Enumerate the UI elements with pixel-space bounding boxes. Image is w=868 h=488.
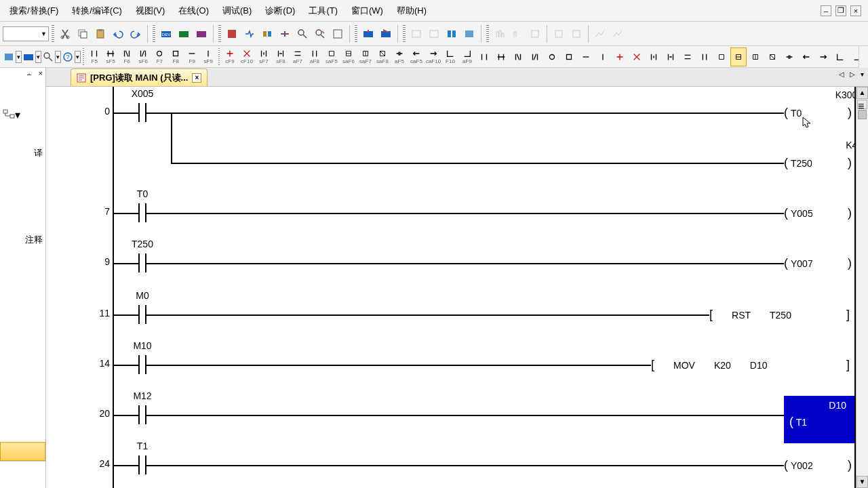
fn-tool-12[interactable]: caF10 bbox=[425, 47, 441, 66]
menu-window[interactable]: 窗口(W) bbox=[344, 2, 390, 20]
tb-icon-12[interactable] bbox=[443, 26, 460, 42]
restore-button[interactable]: ❐ bbox=[835, 5, 846, 16]
vertical-scrollbar[interactable]: ▲ ≡ ▼ bbox=[856, 87, 868, 488]
fn-tool-21[interactable] bbox=[578, 47, 594, 66]
menu-help[interactable]: 帮助(H) bbox=[390, 2, 433, 20]
tb-icon-18[interactable] bbox=[568, 26, 585, 42]
panel-close-button[interactable]: × bbox=[37, 69, 44, 77]
document-tab[interactable]: [PRG]读取 MAIN (只读... × bbox=[71, 68, 208, 86]
fn-tool-1[interactable]: cF10 bbox=[239, 47, 255, 66]
rung-step-24[interactable]: 24T1(Y002) bbox=[46, 446, 856, 488]
tb-icon-2[interactable] bbox=[241, 26, 258, 42]
fn-tool-30[interactable] bbox=[730, 47, 747, 66]
menu-search-replace[interactable]: 搜索/替换(F) bbox=[3, 2, 65, 20]
menu-diagnose[interactable]: 诊断(D) bbox=[258, 2, 302, 20]
fn-key-sF5[interactable]: sF5 bbox=[102, 47, 119, 66]
fn-dropdown-b[interactable]: ▾ bbox=[35, 51, 41, 63]
fn-tool-2[interactable]: sF7 bbox=[256, 47, 272, 66]
scroll-down-button[interactable]: ▼ bbox=[856, 476, 868, 488]
instruction-MOV[interactable]: [MOVK20D10 bbox=[651, 358, 768, 372]
panel-item[interactable] bbox=[0, 461, 45, 480]
rung-step-20[interactable]: 20M12D10( T1 bbox=[46, 396, 856, 450]
fn-tool-22[interactable] bbox=[595, 47, 611, 66]
panel-tree-icon[interactable]: ▾ bbox=[0, 104, 45, 125]
fn-tool-34[interactable] bbox=[798, 47, 814, 66]
fn-tool-36[interactable] bbox=[832, 47, 848, 66]
tb-icon-16[interactable] bbox=[527, 26, 543, 42]
fn-tool-25[interactable] bbox=[646, 47, 662, 66]
device-combo[interactable]: ▼ bbox=[3, 26, 49, 41]
coil-Y002[interactable]: (Y002 bbox=[784, 458, 816, 472]
fn-dropdown-a[interactable]: ▾ bbox=[16, 51, 22, 63]
menu-debug[interactable]: 调试(B) bbox=[216, 2, 258, 20]
menu-convert-compile[interactable]: 转换/编译(C) bbox=[65, 2, 129, 20]
fn-tool-0[interactable]: cF9 bbox=[222, 47, 238, 66]
tb-icon-13[interactable] bbox=[461, 26, 477, 42]
fn-tool-18[interactable] bbox=[527, 47, 543, 66]
paste-button[interactable] bbox=[92, 26, 108, 42]
tb-icon-20[interactable] bbox=[610, 26, 626, 42]
tb-icon-9[interactable] bbox=[378, 26, 394, 42]
fn-key-F9[interactable]: F9 bbox=[184, 47, 200, 66]
fn-tool-11[interactable]: caF5 bbox=[408, 47, 425, 66]
coil-Y007[interactable]: (Y007 bbox=[784, 256, 816, 270]
instruction-RST[interactable]: [RSTT250 bbox=[709, 308, 791, 322]
fn-tool-23[interactable] bbox=[612, 47, 628, 66]
fn-tool-35[interactable] bbox=[815, 47, 831, 66]
verify-button[interactable] bbox=[193, 26, 210, 42]
fn-tool-32[interactable] bbox=[764, 47, 781, 66]
fn-tool-19[interactable] bbox=[544, 47, 560, 66]
fn-tool-5[interactable]: aF8 bbox=[307, 47, 323, 66]
fn-tool-15[interactable] bbox=[476, 47, 492, 66]
fn-key-F6[interactable]: F6 bbox=[119, 47, 135, 66]
fn-key-F8[interactable]: F8 bbox=[167, 47, 184, 66]
fn-tool-33[interactable] bbox=[781, 47, 797, 66]
copy-button[interactable] bbox=[75, 26, 91, 42]
pin-button[interactable]: ⫠ bbox=[24, 69, 35, 77]
tb-icon-15[interactable] bbox=[509, 26, 526, 42]
fn-tool-31[interactable] bbox=[747, 47, 764, 66]
fn-tool-3[interactable]: sF8 bbox=[273, 47, 289, 66]
fn-icon-b[interactable] bbox=[22, 49, 35, 65]
fn-tool-13[interactable]: F10 bbox=[442, 47, 458, 66]
menu-online[interactable]: 在线(O) bbox=[172, 2, 216, 20]
tb-icon-7[interactable] bbox=[330, 26, 346, 42]
fn-tool-9[interactable]: saF8 bbox=[374, 47, 391, 66]
tab-next-button[interactable]: ▷ bbox=[848, 70, 856, 78]
fn-icon-a[interactable] bbox=[3, 49, 15, 65]
tb-icon-8[interactable] bbox=[360, 26, 376, 42]
fn-key-F5[interactable]: F5 bbox=[86, 47, 102, 66]
cut-button[interactable] bbox=[57, 26, 73, 42]
tab-list-button[interactable]: ▾ bbox=[859, 70, 865, 78]
rung-step-7[interactable]: 7T0(Y005) bbox=[46, 194, 856, 248]
tb-icon-5[interactable] bbox=[294, 26, 311, 42]
fn-tool-8[interactable]: saF7 bbox=[357, 47, 374, 66]
fn-tool-26[interactable] bbox=[663, 47, 679, 66]
tb-icon-19[interactable] bbox=[592, 26, 608, 42]
rung-step-11[interactable]: 11M0[RSTT250] bbox=[46, 296, 856, 350]
fn-tool-14[interactable]: aF9 bbox=[459, 47, 475, 66]
fn-tool-27[interactable] bbox=[679, 47, 696, 66]
tb-icon-1[interactable] bbox=[224, 26, 240, 42]
fn-dropdown-c[interactable]: ▾ bbox=[55, 51, 61, 63]
tab-close-button[interactable]: × bbox=[192, 73, 201, 83]
read-plc-button[interactable] bbox=[176, 26, 192, 42]
menu-view[interactable]: 视图(V) bbox=[129, 2, 172, 20]
write-plc-button[interactable]: DEV bbox=[158, 26, 174, 42]
coil-Y005[interactable]: (Y005 bbox=[784, 206, 816, 220]
coil-T0[interactable]: (T0K300 bbox=[784, 106, 804, 120]
fn-overflow-a[interactable]: ▾ bbox=[75, 51, 81, 63]
fn-tool-28[interactable] bbox=[696, 47, 713, 66]
fn-tool-6[interactable]: saF5 bbox=[323, 47, 340, 66]
fn-icon-c[interactable] bbox=[42, 49, 54, 65]
redo-button[interactable] bbox=[127, 26, 144, 42]
fn-tool-17[interactable] bbox=[510, 47, 526, 66]
tb-icon-10[interactable] bbox=[408, 26, 425, 42]
fn-overflow-right[interactable] bbox=[859, 46, 868, 68]
rung-step-14[interactable]: 14M10[MOVK20D10] bbox=[46, 346, 856, 400]
coil-T250[interactable]: (T250K450 bbox=[784, 156, 815, 170]
close-button[interactable]: × bbox=[850, 5, 861, 16]
tab-prev-button[interactable]: ◁ bbox=[837, 70, 846, 78]
tb-icon-6[interactable] bbox=[312, 26, 328, 42]
fn-key-sF9[interactable]: sF9 bbox=[200, 47, 216, 66]
